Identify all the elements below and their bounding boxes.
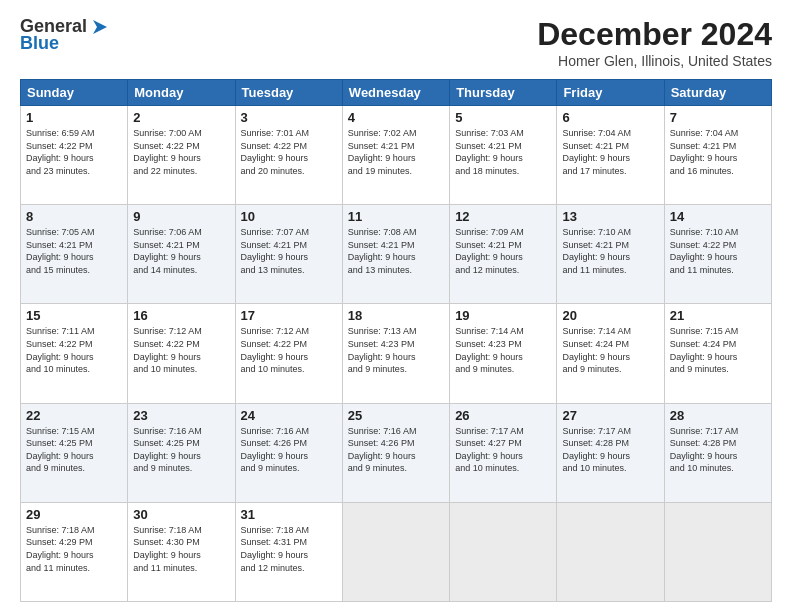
calendar-week-2: 8Sunrise: 7:05 AM Sunset: 4:21 PM Daylig… (21, 205, 772, 304)
calendar-cell: 12Sunrise: 7:09 AM Sunset: 4:21 PM Dayli… (450, 205, 557, 304)
calendar-cell: 30Sunrise: 7:18 AM Sunset: 4:30 PM Dayli… (128, 502, 235, 601)
day-info: Sunrise: 7:10 AM Sunset: 4:21 PM Dayligh… (562, 226, 658, 276)
day-number: 19 (455, 308, 551, 323)
calendar-cell (450, 502, 557, 601)
calendar-cell: 2Sunrise: 7:00 AM Sunset: 4:22 PM Daylig… (128, 106, 235, 205)
calendar-cell: 13Sunrise: 7:10 AM Sunset: 4:21 PM Dayli… (557, 205, 664, 304)
calendar-cell: 22Sunrise: 7:15 AM Sunset: 4:25 PM Dayli… (21, 403, 128, 502)
day-number: 12 (455, 209, 551, 224)
day-info: Sunrise: 7:07 AM Sunset: 4:21 PM Dayligh… (241, 226, 337, 276)
header: General Blue December 2024 Homer Glen, I… (20, 16, 772, 69)
logo: General Blue (20, 16, 107, 54)
day-number: 26 (455, 408, 551, 423)
day-number: 29 (26, 507, 122, 522)
day-number: 5 (455, 110, 551, 125)
day-number: 14 (670, 209, 766, 224)
calendar-cell: 27Sunrise: 7:17 AM Sunset: 4:28 PM Dayli… (557, 403, 664, 502)
calendar-cell: 3Sunrise: 7:01 AM Sunset: 4:22 PM Daylig… (235, 106, 342, 205)
day-info: Sunrise: 7:14 AM Sunset: 4:24 PM Dayligh… (562, 325, 658, 375)
col-header-wednesday: Wednesday (342, 80, 449, 106)
calendar-cell: 17Sunrise: 7:12 AM Sunset: 4:22 PM Dayli… (235, 304, 342, 403)
calendar-cell: 5Sunrise: 7:03 AM Sunset: 4:21 PM Daylig… (450, 106, 557, 205)
calendar-cell: 26Sunrise: 7:17 AM Sunset: 4:27 PM Dayli… (450, 403, 557, 502)
calendar-week-4: 22Sunrise: 7:15 AM Sunset: 4:25 PM Dayli… (21, 403, 772, 502)
logo-bird-icon (89, 18, 107, 36)
day-number: 21 (670, 308, 766, 323)
calendar-cell: 18Sunrise: 7:13 AM Sunset: 4:23 PM Dayli… (342, 304, 449, 403)
day-info: Sunrise: 7:04 AM Sunset: 4:21 PM Dayligh… (670, 127, 766, 177)
day-number: 7 (670, 110, 766, 125)
day-number: 16 (133, 308, 229, 323)
day-number: 23 (133, 408, 229, 423)
day-number: 3 (241, 110, 337, 125)
calendar-cell: 11Sunrise: 7:08 AM Sunset: 4:21 PM Dayli… (342, 205, 449, 304)
day-info: Sunrise: 7:04 AM Sunset: 4:21 PM Dayligh… (562, 127, 658, 177)
calendar-cell: 15Sunrise: 7:11 AM Sunset: 4:22 PM Dayli… (21, 304, 128, 403)
calendar-cell: 16Sunrise: 7:12 AM Sunset: 4:22 PM Dayli… (128, 304, 235, 403)
day-number: 28 (670, 408, 766, 423)
day-number: 8 (26, 209, 122, 224)
month-title: December 2024 (537, 16, 772, 53)
day-info: Sunrise: 7:17 AM Sunset: 4:27 PM Dayligh… (455, 425, 551, 475)
calendar-cell: 4Sunrise: 7:02 AM Sunset: 4:21 PM Daylig… (342, 106, 449, 205)
page: General Blue December 2024 Homer Glen, I… (0, 0, 792, 612)
calendar-cell (557, 502, 664, 601)
day-number: 20 (562, 308, 658, 323)
calendar-cell: 21Sunrise: 7:15 AM Sunset: 4:24 PM Dayli… (664, 304, 771, 403)
day-info: Sunrise: 7:00 AM Sunset: 4:22 PM Dayligh… (133, 127, 229, 177)
day-number: 11 (348, 209, 444, 224)
col-header-saturday: Saturday (664, 80, 771, 106)
col-header-sunday: Sunday (21, 80, 128, 106)
day-info: Sunrise: 7:02 AM Sunset: 4:21 PM Dayligh… (348, 127, 444, 177)
day-info: Sunrise: 7:08 AM Sunset: 4:21 PM Dayligh… (348, 226, 444, 276)
day-number: 6 (562, 110, 658, 125)
col-header-friday: Friday (557, 80, 664, 106)
day-number: 18 (348, 308, 444, 323)
day-number: 13 (562, 209, 658, 224)
calendar-table: SundayMondayTuesdayWednesdayThursdayFrid… (20, 79, 772, 602)
day-number: 24 (241, 408, 337, 423)
day-number: 22 (26, 408, 122, 423)
calendar-cell: 24Sunrise: 7:16 AM Sunset: 4:26 PM Dayli… (235, 403, 342, 502)
calendar-cell: 23Sunrise: 7:16 AM Sunset: 4:25 PM Dayli… (128, 403, 235, 502)
calendar-week-1: 1Sunrise: 6:59 AM Sunset: 4:22 PM Daylig… (21, 106, 772, 205)
day-info: Sunrise: 7:18 AM Sunset: 4:31 PM Dayligh… (241, 524, 337, 574)
calendar-cell: 9Sunrise: 7:06 AM Sunset: 4:21 PM Daylig… (128, 205, 235, 304)
day-info: Sunrise: 7:16 AM Sunset: 4:25 PM Dayligh… (133, 425, 229, 475)
day-info: Sunrise: 6:59 AM Sunset: 4:22 PM Dayligh… (26, 127, 122, 177)
day-info: Sunrise: 7:01 AM Sunset: 4:22 PM Dayligh… (241, 127, 337, 177)
day-info: Sunrise: 7:14 AM Sunset: 4:23 PM Dayligh… (455, 325, 551, 375)
calendar-cell: 8Sunrise: 7:05 AM Sunset: 4:21 PM Daylig… (21, 205, 128, 304)
day-number: 9 (133, 209, 229, 224)
day-info: Sunrise: 7:06 AM Sunset: 4:21 PM Dayligh… (133, 226, 229, 276)
col-header-thursday: Thursday (450, 80, 557, 106)
day-info: Sunrise: 7:12 AM Sunset: 4:22 PM Dayligh… (241, 325, 337, 375)
day-number: 15 (26, 308, 122, 323)
day-number: 1 (26, 110, 122, 125)
calendar-cell (664, 502, 771, 601)
day-number: 27 (562, 408, 658, 423)
day-info: Sunrise: 7:10 AM Sunset: 4:22 PM Dayligh… (670, 226, 766, 276)
col-header-monday: Monday (128, 80, 235, 106)
day-number: 30 (133, 507, 229, 522)
day-info: Sunrise: 7:12 AM Sunset: 4:22 PM Dayligh… (133, 325, 229, 375)
calendar-cell: 31Sunrise: 7:18 AM Sunset: 4:31 PM Dayli… (235, 502, 342, 601)
day-number: 4 (348, 110, 444, 125)
day-info: Sunrise: 7:05 AM Sunset: 4:21 PM Dayligh… (26, 226, 122, 276)
calendar-cell: 10Sunrise: 7:07 AM Sunset: 4:21 PM Dayli… (235, 205, 342, 304)
day-info: Sunrise: 7:17 AM Sunset: 4:28 PM Dayligh… (562, 425, 658, 475)
day-number: 17 (241, 308, 337, 323)
calendar-week-3: 15Sunrise: 7:11 AM Sunset: 4:22 PM Dayli… (21, 304, 772, 403)
calendar-cell: 14Sunrise: 7:10 AM Sunset: 4:22 PM Dayli… (664, 205, 771, 304)
calendar-cell: 19Sunrise: 7:14 AM Sunset: 4:23 PM Dayli… (450, 304, 557, 403)
col-header-tuesday: Tuesday (235, 80, 342, 106)
day-info: Sunrise: 7:18 AM Sunset: 4:29 PM Dayligh… (26, 524, 122, 574)
calendar-cell: 6Sunrise: 7:04 AM Sunset: 4:21 PM Daylig… (557, 106, 664, 205)
day-info: Sunrise: 7:09 AM Sunset: 4:21 PM Dayligh… (455, 226, 551, 276)
calendar-cell: 28Sunrise: 7:17 AM Sunset: 4:28 PM Dayli… (664, 403, 771, 502)
calendar-cell: 7Sunrise: 7:04 AM Sunset: 4:21 PM Daylig… (664, 106, 771, 205)
day-info: Sunrise: 7:13 AM Sunset: 4:23 PM Dayligh… (348, 325, 444, 375)
calendar-cell (342, 502, 449, 601)
day-info: Sunrise: 7:03 AM Sunset: 4:21 PM Dayligh… (455, 127, 551, 177)
day-info: Sunrise: 7:16 AM Sunset: 4:26 PM Dayligh… (348, 425, 444, 475)
